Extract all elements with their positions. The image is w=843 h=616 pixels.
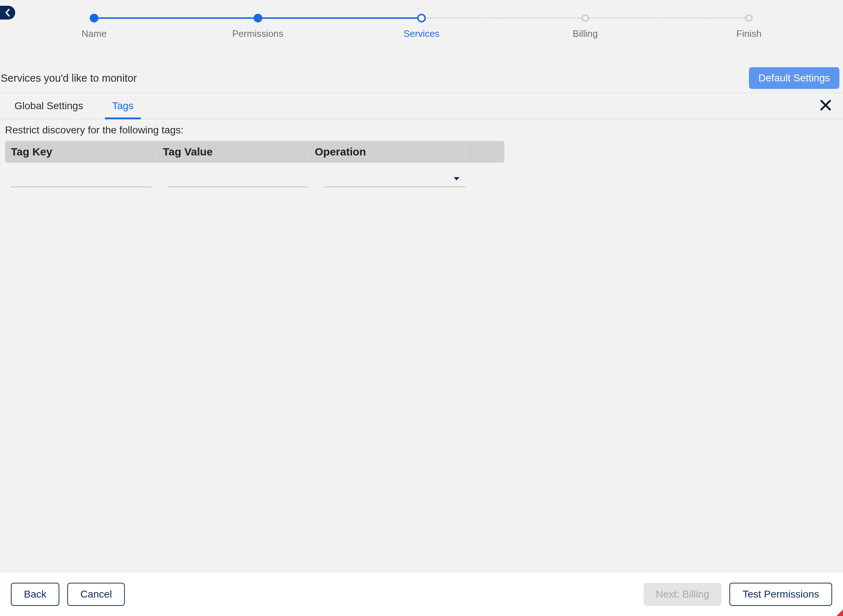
- stepper-label-services: Services: [403, 28, 440, 40]
- tag-key-input[interactable]: [10, 172, 151, 187]
- column-header-tag-value: Tag Value: [157, 146, 309, 158]
- page-subtitle: Services you'd like to monitor: [1, 72, 137, 84]
- stepper-node-permissions[interactable]: [254, 14, 262, 22]
- close-panel-button[interactable]: [817, 97, 834, 115]
- tab-global-settings[interactable]: Global Settings: [0, 93, 98, 119]
- wizard-stepper: Name Permissions Services Billing Finish: [72, 6, 771, 53]
- tags-table-header: Tag Key Tag Value Operation: [5, 141, 505, 163]
- wizard-footer: Back Cancel Next: Billing Test Permissio…: [0, 573, 843, 616]
- close-icon: [820, 100, 831, 111]
- stepper-label-permissions: Permissions: [232, 28, 284, 40]
- tag-value-input[interactable]: [167, 172, 308, 187]
- stepper-label-finish: Finish: [736, 28, 761, 40]
- back-pill-button[interactable]: [0, 6, 15, 19]
- column-header-operation: Operation: [309, 146, 465, 158]
- tab-tags-label: Tags: [112, 100, 134, 112]
- caret-down-icon: [453, 176, 460, 182]
- stepper-node-name[interactable]: [90, 14, 99, 22]
- tags-table-row: [5, 163, 505, 189]
- next-button: Next: Billing: [644, 583, 722, 606]
- test-permissions-button[interactable]: Test Permissions: [730, 583, 832, 606]
- tags-description: Restrict discovery for the following tag…: [5, 125, 838, 136]
- chevron-left-icon: [4, 8, 11, 17]
- cancel-button[interactable]: Cancel: [67, 583, 125, 606]
- tab-tags[interactable]: Tags: [98, 93, 148, 119]
- stepper-node-finish: [745, 15, 753, 22]
- default-settings-button[interactable]: Default Settings: [749, 67, 839, 89]
- stepper-label-name: Name: [81, 28, 106, 40]
- operation-select[interactable]: [324, 172, 465, 187]
- back-button[interactable]: Back: [11, 583, 59, 606]
- stepper-node-billing: [582, 15, 589, 22]
- column-header-tag-key: Tag Key: [5, 146, 157, 158]
- resize-handle-icon: [837, 610, 843, 616]
- tags-table: Tag Key Tag Value Operation: [5, 141, 505, 189]
- tab-global-settings-label: Global Settings: [15, 100, 83, 112]
- stepper-node-services[interactable]: [417, 14, 426, 22]
- tab-bar: Global Settings Tags: [0, 92, 843, 119]
- stepper-label-billing: Billing: [573, 28, 598, 40]
